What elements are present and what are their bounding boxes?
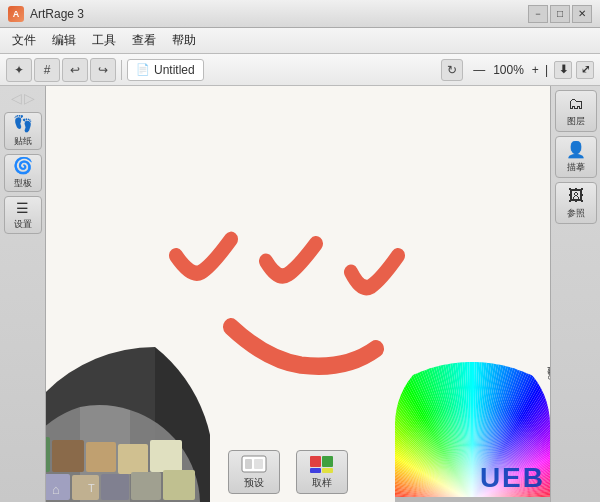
- svg-rect-9: [101, 474, 129, 500]
- svg-rect-21: [310, 468, 321, 473]
- svg-rect-18: [254, 459, 263, 469]
- zoom-control: ↻ — 100% + | ⬇ ⤢: [441, 59, 594, 81]
- right-arrow-icon[interactable]: ▷: [24, 90, 35, 106]
- layers-icon: 🗂: [568, 95, 584, 113]
- svg-rect-11: [163, 470, 195, 500]
- zoom-value-label: 100%: [493, 63, 524, 77]
- maximize-button[interactable]: □: [550, 5, 570, 23]
- svg-rect-4: [118, 444, 148, 474]
- sample-button[interactable]: 取样: [296, 450, 348, 494]
- template-icon: 🌀: [13, 156, 33, 175]
- toolbar-move-btn[interactable]: ✦: [6, 58, 32, 82]
- zoom-fit-btn[interactable]: ⬇: [554, 61, 572, 79]
- sticker-label: 贴纸: [14, 135, 32, 148]
- reference-icon: 🖼: [568, 187, 584, 205]
- toolbar: ✦ # ↩ ↪ 📄 Untitled ↻ — 100% + | ⬇ ⤢: [0, 54, 600, 86]
- layers-button[interactable]: 🗂 图层: [555, 90, 597, 132]
- sample-label: 取样: [312, 476, 332, 490]
- document-name-text: Untitled: [154, 63, 195, 77]
- sticker-icon: 👣: [13, 114, 33, 133]
- zoom-fullscreen-btn[interactable]: ⤢: [576, 61, 594, 79]
- right-panel: 🗂 图层 👤 描摹 🖼 参照: [550, 86, 600, 502]
- layers-label: 图层: [567, 115, 585, 128]
- menu-tools[interactable]: 工具: [84, 30, 124, 51]
- svg-rect-8: [72, 475, 99, 500]
- menu-file[interactable]: 文件: [4, 30, 44, 51]
- menu-edit[interactable]: 编辑: [44, 30, 84, 51]
- toolbar-sep: [121, 60, 122, 80]
- template-label: 型板: [14, 177, 32, 190]
- svg-rect-3: [86, 442, 116, 472]
- menu-bar: 文件 编辑 工具 查看 帮助: [0, 28, 600, 54]
- toolbar-redo-btn[interactable]: ↪: [90, 58, 116, 82]
- svg-text:⌂: ⌂: [52, 482, 60, 497]
- settings-button[interactable]: ☰ 设置: [4, 196, 42, 234]
- zoom-separator: —: [473, 63, 485, 77]
- template-button[interactable]: 🌀 型板: [4, 154, 42, 192]
- zoom-divider: |: [545, 63, 548, 77]
- svg-rect-20: [322, 456, 333, 467]
- trace-button[interactable]: 👤 描摹: [555, 136, 597, 178]
- title-bar: A ArtRage 3 － □ ✕: [0, 0, 600, 28]
- svg-text:T: T: [88, 482, 95, 494]
- reference-button[interactable]: 🖼 参照: [555, 182, 597, 224]
- zoom-plus-icon: +: [532, 63, 539, 77]
- svg-rect-5: [150, 440, 182, 472]
- close-button[interactable]: ✕: [572, 5, 592, 23]
- toolbar-rotate-btn[interactable]: ↻: [441, 59, 463, 81]
- menu-help[interactable]: 帮助: [164, 30, 204, 51]
- svg-rect-10: [131, 472, 161, 500]
- svg-rect-22: [322, 468, 333, 473]
- main-area: ◁ ▷ 👣 贴纸 🌀 型板 ☰ 设置: [0, 86, 600, 502]
- trace-label: 描摹: [567, 161, 585, 174]
- sticker-button[interactable]: 👣 贴纸: [4, 112, 42, 150]
- color-wheel-area[interactable]: 全透性 0%: [395, 347, 550, 502]
- title-bar-text: ArtRage 3: [30, 7, 528, 21]
- reference-label: 参照: [567, 207, 585, 220]
- svg-rect-2: [52, 440, 84, 472]
- bottom-center-buttons: 预设 取样: [228, 450, 348, 494]
- preset-icon: [240, 454, 268, 474]
- document-name-display: 📄 Untitled: [127, 59, 204, 81]
- trace-icon: 👤: [566, 140, 586, 159]
- svg-rect-17: [245, 459, 252, 469]
- sample-icon: [308, 454, 336, 474]
- preset-label: 预设: [244, 476, 264, 490]
- settings-label: 设置: [14, 218, 32, 231]
- toolbar-undo-btn[interactable]: ↩: [62, 58, 88, 82]
- toolbar-grid-btn[interactable]: #: [34, 58, 60, 82]
- window-controls: － □ ✕: [528, 5, 592, 23]
- svg-rect-19: [310, 456, 321, 467]
- app-icon: A: [8, 6, 24, 22]
- minimize-button[interactable]: －: [528, 5, 548, 23]
- settings-icon: ☰: [16, 200, 29, 216]
- color-wheel-canvas[interactable]: [395, 347, 550, 502]
- left-panel: ◁ ▷ 👣 贴纸 🌀 型板 ☰ 设置: [0, 86, 46, 502]
- left-arrow-icon[interactable]: ◁: [11, 90, 22, 106]
- preset-button[interactable]: 预设: [228, 450, 280, 494]
- menu-view[interactable]: 查看: [124, 30, 164, 51]
